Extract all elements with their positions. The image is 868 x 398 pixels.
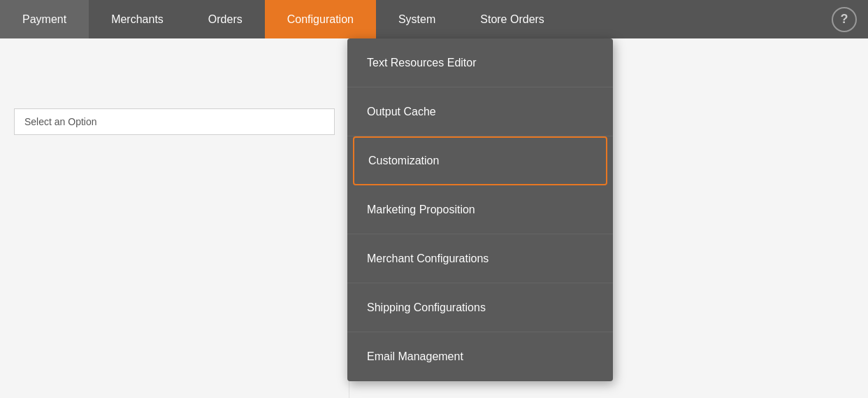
nav-item-payment[interactable]: Payment (0, 0, 89, 38)
dropdown-item-shipping-configurations[interactable]: Shipping Configurations (347, 283, 613, 332)
dropdown-item-output-cache[interactable]: Output Cache (347, 87, 613, 136)
dropdown-item-text-resources-editor[interactable]: Text Resources Editor (347, 38, 613, 87)
nav-item-store-orders[interactable]: Store Orders (458, 0, 567, 38)
dropdown-item-customization[interactable]: Customization (353, 136, 607, 185)
dropdown-item-email-management[interactable]: Email Management (347, 332, 613, 381)
select-option-input[interactable]: Select an Option (14, 108, 335, 135)
sidebar: Select an Option (0, 38, 349, 398)
dropdown-item-merchant-configurations[interactable]: Merchant Configurations (347, 234, 613, 283)
nav-item-merchants[interactable]: Merchants (89, 0, 186, 38)
nav-item-configuration[interactable]: Configuration (265, 0, 376, 38)
nav-item-system[interactable]: System (376, 0, 458, 38)
dropdown-item-marketing-proposition[interactable]: Marketing Proposition (347, 185, 613, 234)
configuration-dropdown: Text Resources Editor Output Cache Custo… (347, 38, 613, 381)
navbar: Payment Merchants Orders Configuration S… (0, 0, 868, 38)
nav-item-orders[interactable]: Orders (186, 0, 265, 38)
help-button[interactable]: ? (832, 7, 857, 32)
content-area: Select an Option Text Resources Editor O… (0, 38, 868, 398)
